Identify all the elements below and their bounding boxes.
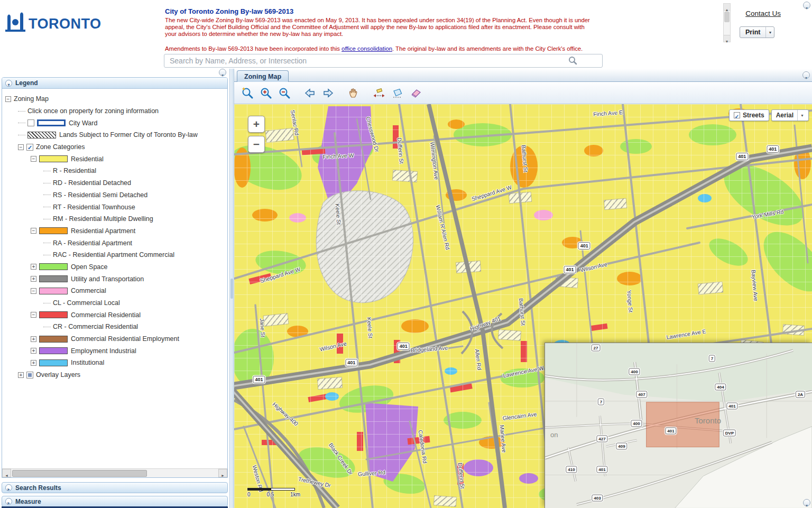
legend-panel-header[interactable]: Legend — [2, 78, 227, 89]
print-button[interactable]: Print — [740, 27, 765, 38]
legend-item-institutional: +Institutional — [2, 357, 227, 369]
layer-checkbox[interactable] — [26, 372, 33, 378]
scroll-up-icon[interactable] — [724, 4, 730, 11]
sidebar-splitter[interactable] — [229, 69, 234, 508]
collapse-node-icon[interactable]: − — [31, 288, 36, 294]
previous-extent-button[interactable] — [302, 85, 318, 101]
tree-connector — [43, 171, 51, 171]
map-zoom-out-button[interactable]: − — [248, 136, 265, 153]
collapse-node-icon[interactable]: − — [18, 144, 24, 150]
layer-checkbox[interactable] — [27, 119, 34, 126]
measure-area-button[interactable] — [390, 85, 405, 101]
search-results-title: Search Results — [15, 484, 61, 492]
expand-panel-icon[interactable] — [5, 498, 12, 505]
legend-item-utility-and-transportation: +Utility and Transportation — [2, 273, 227, 285]
search-icon[interactable] — [568, 56, 577, 67]
collapse-header-icon[interactable] — [803, 2, 810, 9]
legend-item-commercial-residential-employment: +Commercial Residential Employment — [2, 333, 227, 345]
aerial-dropdown-icon[interactable] — [797, 110, 804, 121]
previous-extent-icon — [303, 87, 316, 99]
scroll-down-icon[interactable] — [724, 35, 730, 42]
legend-swatch — [39, 359, 68, 366]
clear-graphics-button[interactable] — [408, 85, 424, 101]
zoom-in-button[interactable] — [258, 85, 274, 101]
streets-checkbox[interactable] — [734, 112, 740, 118]
overview-inset-map[interactable]: Toronto on 2774004074044012A740042740940… — [545, 343, 812, 508]
legend-item-rt-residential-townhouse: RT - Residential Townhouse — [2, 201, 227, 213]
print-dropdown-icon[interactable] — [765, 27, 774, 38]
legend-item-rac-residential-apartment-commercial: RAC - Residential Apartment Commercial — [2, 249, 227, 261]
legend-label: Residential Apartment — [71, 227, 135, 235]
layer-checkbox[interactable]: ✓ — [26, 144, 33, 151]
next-extent-icon — [322, 87, 335, 99]
collapse-node-icon[interactable]: − — [31, 156, 36, 162]
tree-connector — [43, 255, 51, 255]
scroll-left-icon[interactable] — [2, 469, 11, 477]
legend-item-zoning-map: −Zoning Map — [2, 93, 227, 105]
legend-swatch — [39, 311, 68, 318]
tree-connector — [43, 327, 51, 327]
legend-label: RAC - Residential Apartment Commercial — [53, 251, 174, 258]
header-scrollbar[interactable] — [723, 3, 731, 42]
basemap-toggle: Streets Aerial — [729, 109, 809, 121]
scalebar: 0 0.5 1km — [247, 488, 300, 497]
splitter-handle[interactable] — [230, 279, 233, 299]
legend-horizontal-scrollbar[interactable] — [2, 468, 227, 477]
zoom-out-button[interactable] — [276, 85, 292, 101]
scalebar-label: 0.5 — [266, 492, 274, 497]
zoning-map-app: TORONTO City of Toronto Zoning By-law 56… — [0, 0, 812, 508]
zoning-map-canvas[interactable]: Finch Ave WFinch Ave ESenlac RdChesswood… — [234, 104, 812, 508]
collapse-node-icon[interactable]: − — [31, 312, 36, 318]
legend-swatch — [37, 119, 66, 126]
office-consolidation-link[interactable]: office consolidation — [342, 45, 392, 52]
measure-distance-button[interactable] — [371, 85, 387, 101]
expand-node-icon[interactable]: + — [31, 348, 36, 354]
legend-item-cl-commercial-local: CL - Commercial Local — [2, 297, 227, 309]
expand-node-icon[interactable]: + — [31, 264, 36, 270]
expand-node-icon[interactable]: + — [31, 336, 36, 342]
panel-menu-icon[interactable] — [219, 69, 226, 76]
next-extent-button[interactable] — [320, 85, 336, 101]
inset-basemap — [545, 343, 812, 508]
scrollbar-thumb[interactable] — [12, 470, 147, 477]
measure-panel-header[interactable]: Measure — [2, 496, 228, 507]
legend-item-cr-commercial-residential: CR - Commercial Residential — [2, 321, 227, 333]
amendments-note: Amendments to By-law 569-2013 have been … — [165, 45, 604, 52]
legend-swatch — [39, 263, 68, 270]
tab-zoning-map[interactable]: Zoning Map — [237, 70, 289, 82]
legend-item-click-once-on-property-for-zoning-information: Click once on property for zoning inform… — [2, 105, 227, 117]
legend-item-overlay-layers: +Overlay Layers — [2, 369, 227, 381]
aerial-label: Aerial — [776, 112, 793, 119]
expand-node-icon[interactable]: + — [18, 372, 24, 378]
scroll-right-icon[interactable] — [218, 469, 227, 477]
tree-connector — [43, 243, 51, 243]
collapse-panel-icon[interactable] — [5, 80, 12, 87]
search-input[interactable] — [164, 54, 603, 68]
collapse-node-icon[interactable]: − — [31, 228, 36, 234]
page-title: City of Toronto Zoning By-law 569-2013 — [165, 7, 604, 15]
contact-us-link[interactable]: Contact Us — [745, 10, 781, 17]
map-zoom-in-button[interactable]: + — [248, 116, 265, 133]
legend-swatch — [39, 288, 68, 294]
expand-node-icon[interactable]: + — [31, 360, 36, 366]
legend-item-r-residential: R - Residential — [2, 165, 227, 177]
streets-basemap-button[interactable]: Streets — [729, 109, 769, 121]
scrollbar-thumb[interactable] — [724, 12, 730, 22]
legend-label: Zoning Map — [14, 95, 49, 103]
zoom-extent-button[interactable] — [239, 85, 255, 101]
legend-item-zone-categories: −✓Zone Categories — [2, 141, 227, 153]
legend-swatch — [39, 275, 68, 282]
pan-button[interactable] — [346, 85, 362, 101]
expand-map-icon[interactable] — [803, 499, 810, 506]
zoom-extent-icon — [241, 87, 254, 99]
tree-connector — [43, 219, 51, 219]
expand-node-icon[interactable]: + — [31, 276, 36, 282]
collapse-node-icon[interactable]: − — [5, 96, 11, 102]
tab-options-icon[interactable] — [802, 71, 810, 79]
expand-panel-icon[interactable] — [5, 484, 12, 491]
aerial-basemap-button[interactable]: Aerial — [771, 109, 809, 121]
tree-connector — [18, 135, 25, 135]
legend-label: Residential — [71, 155, 104, 163]
search-results-panel-header[interactable]: Search Results — [2, 482, 228, 493]
zoom-out-icon — [278, 87, 291, 99]
